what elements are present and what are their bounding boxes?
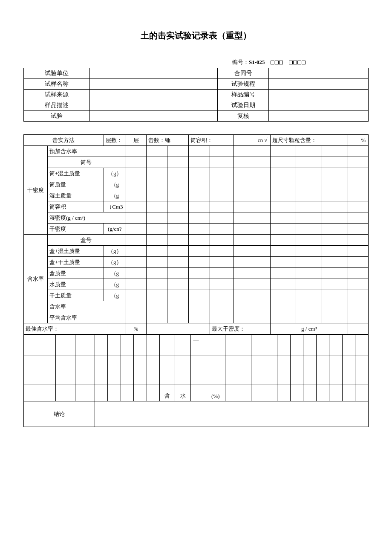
row-unit: （g: [104, 268, 126, 279]
table-row: 盒+湿土质量 （g）: [24, 246, 369, 257]
label-sample-desc: 样品描述: [24, 100, 90, 111]
table-row: 含水率 盒号: [24, 235, 369, 246]
value-sample-desc: [90, 100, 218, 111]
label-contract-no: 合同号: [218, 68, 269, 79]
label-max-density: 最大干密度：: [210, 323, 270, 334]
main-data-table: 击实方法 层数： 层 击数：锤 筒容积： cn √ 超尺寸颗粒含量： % 干密度…: [23, 134, 369, 334]
label-layer-unit: 层: [126, 135, 146, 146]
value-sample-name: [90, 79, 218, 90]
value-test-unit: [90, 68, 218, 79]
dash-marker: —: [190, 335, 206, 355]
row-unit: （g: [104, 279, 126, 290]
serial-number-line: 编号：S1-025——: [232, 58, 369, 66]
row-label: 预加含水率: [48, 146, 126, 157]
conclusion-row: 结论: [24, 401, 369, 427]
table-row: 筒容积 （Cm3: [24, 201, 369, 212]
label-oversize-unit: %: [348, 135, 369, 146]
table-row: 干密度 预加含水率: [24, 146, 369, 157]
label-test-unit: 试验单位: [24, 68, 90, 79]
label-sample-no: 样品编号: [218, 90, 269, 100]
label-cylinder-vol: 筒容积：: [189, 135, 234, 146]
value-reviewer: [269, 111, 369, 122]
row-label: 干密度: [48, 224, 104, 235]
table-row: 水质量 （g: [24, 279, 369, 290]
table-row: 试样来源 样品编号: [24, 90, 369, 100]
row-label: 盒+干土质量: [48, 257, 104, 268]
group-dry-density: 干密度: [24, 146, 48, 235]
row-label: 筒容积: [48, 201, 104, 212]
axis-label-shui: 水: [175, 384, 190, 401]
row-unit: （g）: [104, 257, 126, 268]
label-conclusion: 结论: [24, 401, 95, 427]
table-row: 试样名称 试验规程: [24, 79, 369, 90]
row-label: 湿土质量: [48, 190, 104, 201]
value-test-date: [269, 100, 369, 111]
table-row: 筒质量 （g: [24, 179, 369, 190]
table-row: 盒+干土质量 （g）: [24, 257, 369, 268]
value-contract-no: [269, 68, 369, 79]
value-conclusion: [95, 401, 368, 427]
group-water-content: 含水率: [24, 235, 48, 323]
row-label: 盒+湿土质量: [48, 246, 104, 257]
label-layers: 层数：: [104, 135, 126, 146]
row-unit: （g）: [104, 246, 126, 257]
row-label: 干土质量: [48, 290, 104, 301]
label-oversize: 超尺寸颗粒含量：: [270, 135, 348, 146]
value-tester: [90, 111, 218, 122]
table-row: 平均含水率: [24, 312, 369, 323]
row-label: 盒号: [48, 235, 126, 246]
axis-label-pct: (%): [206, 384, 225, 401]
row-unit: （g）: [104, 168, 126, 179]
table-row: 含水率: [24, 301, 369, 312]
label-cylinder-vol-unit: cn √: [234, 135, 270, 146]
value-sample-source: [90, 90, 218, 100]
unit-optimum-water: %: [126, 323, 146, 334]
label-optimum-water: 最佳含水率：: [24, 323, 126, 334]
row-label: 含水率: [48, 301, 126, 312]
table-row: 干密度 (g/cn?: [24, 224, 369, 235]
unit-max-density: g / cm³: [270, 323, 348, 334]
label-compaction-method: 击实方法: [24, 135, 104, 146]
table-row: 试验单位 合同号: [24, 68, 369, 79]
result-row: 最佳含水率： % 最大干密度： g / cm³: [24, 323, 369, 334]
row-unit: （g: [104, 179, 126, 190]
value-sample-no: [269, 90, 369, 100]
table-row: 湿密度(g / cm³): [24, 212, 369, 224]
row-unit: （g: [104, 190, 126, 201]
page-title: 土的击实试验记录表（重型）: [23, 30, 369, 41]
row-unit: （Cm3: [104, 201, 126, 212]
table-row: 湿土质量 （g: [24, 190, 369, 201]
row-label: 湿密度(g / cm³): [48, 212, 126, 224]
row-label: 筒号: [48, 157, 126, 168]
grid-row-axis: 含 水 (%): [24, 384, 369, 401]
row-unit: (g/cn?: [104, 224, 126, 235]
label-test-date: 试验日期: [218, 100, 269, 111]
label-reviewer: 复核: [218, 111, 269, 122]
row-label: 平均含水率: [48, 312, 126, 323]
compaction-method-row: 击实方法 层数： 层 击数：锤 筒容积： cn √ 超尺寸颗粒含量： %: [24, 135, 369, 146]
axis-label-han: 含: [160, 384, 175, 401]
header-info-table: 试验单位 合同号 试样名称 试验规程 试样来源 样品编号 样品描述 试验日期 试…: [23, 68, 369, 122]
row-label: 盒质量: [48, 268, 104, 279]
row-label: 筒质量: [48, 179, 104, 190]
table-row: 筒+湿土质量 （g）: [24, 168, 369, 179]
grid-row: —: [24, 335, 369, 355]
grid-row: [24, 355, 369, 384]
value-test-spec: [269, 79, 369, 90]
label-tester: 试验: [24, 111, 90, 122]
row-label: 水质量: [48, 279, 104, 290]
label-blows: 击数：锤: [146, 135, 189, 146]
label-sample-name: 试样名称: [24, 79, 90, 90]
row-label: 筒+湿土质量: [48, 168, 104, 179]
table-row: 试验 复核: [24, 111, 369, 122]
label-test-spec: 试验规程: [218, 79, 269, 90]
label-sample-source: 试样来源: [24, 90, 90, 100]
table-row: 干土质量 （g: [24, 290, 369, 301]
table-row: 样品描述 试验日期: [24, 100, 369, 111]
table-row: 盒质量 （g: [24, 268, 369, 279]
table-row: 筒号: [24, 157, 369, 168]
row-unit: （g: [104, 290, 126, 301]
grid-chart-table: — 含 水 (%) 结论: [23, 334, 369, 427]
